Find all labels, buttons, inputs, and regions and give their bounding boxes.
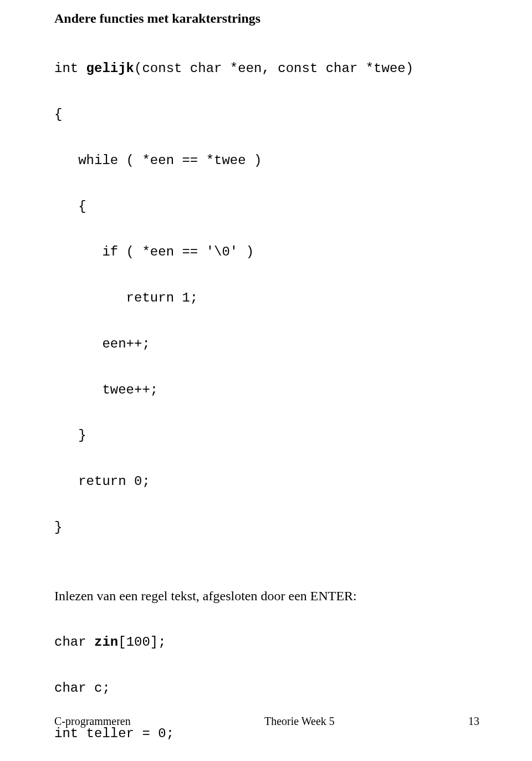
code-bold: gelijk	[86, 61, 134, 76]
code-text: [100];	[118, 635, 166, 650]
section-heading: Andere functies met karakterstrings	[54, 11, 479, 26]
footer-center: Theorie Week 5	[264, 715, 335, 728]
code-line: twee++;	[54, 382, 479, 398]
code-block-1: int gelijk(const char *een, const char *…	[54, 30, 479, 566]
document-page: Andere functies met karakterstrings int …	[0, 0, 532, 761]
code-block-2: char zin[100]; char c; int teller = 0; c…	[54, 604, 479, 761]
code-line: een++;	[54, 336, 479, 352]
code-line: }	[54, 520, 479, 535]
code-text: int	[54, 61, 86, 76]
code-line: {	[54, 107, 479, 122]
code-line: while ( *een == *twee )	[54, 153, 479, 168]
code-line: return 0;	[54, 474, 479, 489]
footer-left: C-programmeren	[54, 715, 131, 728]
paragraph: Inlezen van een regel tekst, afgesloten …	[54, 588, 479, 604]
code-line: char c;	[54, 681, 479, 696]
code-line: }	[54, 428, 479, 443]
page-footer: C-programmeren Theorie Week 5 13	[54, 715, 479, 728]
code-line: int teller = 0;	[54, 726, 479, 742]
footer-right: 13	[468, 715, 479, 728]
code-text: (const char *een, const char *twee)	[134, 61, 413, 76]
code-line: {	[54, 199, 479, 214]
code-text: char	[54, 635, 94, 650]
code-line: if ( *een == '\0' )	[54, 244, 479, 260]
code-bold: zin	[94, 635, 118, 650]
code-line: return 1;	[54, 290, 479, 306]
